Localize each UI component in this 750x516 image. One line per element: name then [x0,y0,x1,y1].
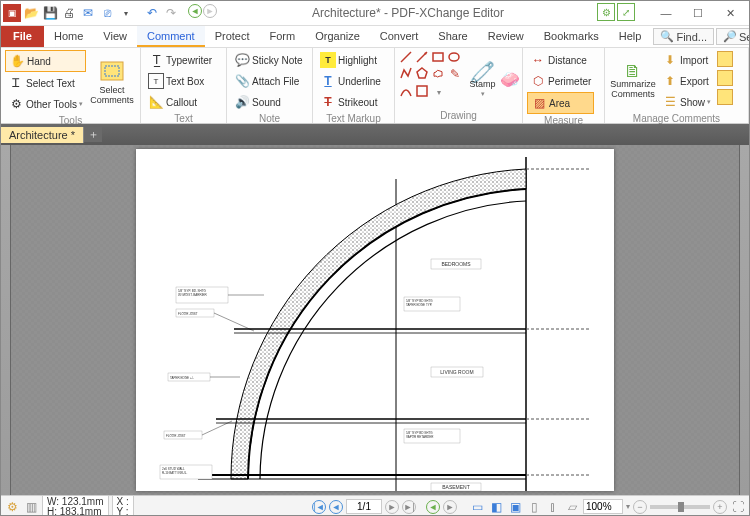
ui-options-icon[interactable]: ⚙ [597,3,615,21]
eraser-icon[interactable]: 🧼 [502,72,518,88]
redo-icon[interactable]: ↷ [162,4,180,22]
zoom-in[interactable]: + [713,500,727,514]
rect2-shape[interactable] [415,84,429,98]
sticky-icon: 💬 [234,52,250,68]
oval-shape[interactable] [447,50,461,64]
rect-shape[interactable] [431,50,445,64]
title-bar: ▣ 📂 💾 🖨 ✉ ⎚ ▾ ↶ ↷ ◄ ► Architecture* - PD… [1,1,749,26]
tab-share[interactable]: Share [428,26,477,47]
zoom-fit-icon[interactable]: ⛶ [730,499,746,515]
layout-icon[interactable]: ▥ [23,499,39,515]
hand-tool[interactable]: ✋Hand [5,50,86,72]
comment-style3[interactable] [717,89,733,105]
prev-page[interactable]: ◄ [329,500,343,514]
save-icon[interactable]: 💾 [41,4,59,22]
first-page[interactable]: |◄ [312,500,326,514]
polygon-shape[interactable] [415,66,429,80]
other-tools[interactable]: ⚙Other Tools▾ [5,94,86,114]
doctab-architecture[interactable]: Architecture * [1,127,84,143]
tab-bookmarks[interactable]: Bookmarks [534,26,609,47]
zoom-out[interactable]: − [633,500,647,514]
right-pane-strip[interactable] [739,145,749,495]
minimize-button[interactable]: — [651,3,681,23]
fit-page-icon[interactable]: ▭ [469,499,485,515]
comment-style2[interactable] [717,70,733,86]
search-button[interactable]: 🔎Search... [716,28,750,45]
strikeout-tool[interactable]: TStrikeout [317,92,384,112]
tab-home[interactable]: Home [44,26,93,47]
qat-more-icon[interactable]: ▾ [117,4,135,22]
close-button[interactable]: ✕ [715,3,745,23]
curve-shape[interactable] [399,84,413,98]
arrow-shape[interactable] [415,50,429,64]
highlight-tool[interactable]: THighlight [317,50,384,70]
polyline-shape[interactable] [399,66,413,80]
cloud-shape[interactable] [431,66,445,80]
import-icon: ⬇ [662,52,678,68]
typewriter-tool[interactable]: T̲Typewriter [145,50,215,70]
tab-view[interactable]: View [93,26,137,47]
nav-back-icon[interactable]: ◄ [188,4,202,18]
tab-convert[interactable]: Convert [370,26,429,47]
tab-review[interactable]: Review [478,26,534,47]
import-comments[interactable]: ⬇Import [659,50,714,70]
callout-icon: 📐 [148,94,164,110]
maximize-button[interactable]: ☐ [683,3,713,23]
fit-width-icon[interactable]: ◧ [488,499,504,515]
sticky-note-tool[interactable]: 💬Sticky Note [231,50,306,70]
nav-fwd-icon[interactable]: ► [203,4,217,18]
open-icon[interactable]: 📂 [22,4,40,22]
note3: FLOOR JOIST [178,312,198,316]
summarize-icon: 🗎 [625,64,641,80]
sound-tool[interactable]: 🔊Sound [231,92,306,112]
drawing-more[interactable]: ▾ [431,84,447,100]
print-icon[interactable]: 🖨 [60,4,78,22]
tab-comment[interactable]: Comment [137,26,205,47]
file-menu[interactable]: File [1,26,44,47]
document-page[interactable]: BEDROOMS LIVING ROOM BASEMENT 5/8" GYP. … [136,149,614,491]
email-icon[interactable]: ✉ [79,4,97,22]
layout-single-icon[interactable]: ▯ [526,499,542,515]
distance-tool[interactable]: ↔Distance [527,50,594,70]
new-tab-button[interactable]: ＋ [84,127,102,142]
left-pane-strip[interactable] [1,145,11,495]
find-button[interactable]: 🔍Find... [653,28,714,45]
tab-organize[interactable]: Organize [305,26,370,47]
launch-icon[interactable]: ⤢ [617,3,635,21]
perimeter-tool[interactable]: ⬡Perimeter [527,71,594,91]
zoom-input[interactable] [583,499,623,514]
comment-style1[interactable] [717,51,733,67]
line-shape[interactable] [399,50,413,64]
page-input[interactable] [346,499,382,514]
next-page[interactable]: ► [385,500,399,514]
show-comments[interactable]: ☰Show▾ [659,92,714,112]
nav-next-view[interactable]: ► [443,500,457,514]
summarize-comments[interactable]: 🗎 Summarize Comments [609,50,657,112]
tab-form[interactable]: Form [260,26,306,47]
pencil-shape[interactable]: ✎ [447,66,463,82]
svg-text:TAPER EDGE TYP.: TAPER EDGE TYP. [406,303,432,307]
select-comments[interactable]: Select Comments [88,50,136,114]
textbox-tool[interactable]: TText Box [145,71,215,91]
actual-size-icon[interactable]: ▣ [507,499,523,515]
zoom-dropdown[interactable]: ▾ [626,502,630,511]
document-tabs: Architecture * ＋ [1,124,749,145]
zoom-slider[interactable] [650,505,710,509]
area-tool[interactable]: ▨Area [527,92,594,114]
export-comments[interactable]: ⬆Export [659,71,714,91]
layout-cont-icon[interactable]: ⫿ [545,499,561,515]
stamp-tool[interactable]: 🧷 Stamp▾ [465,50,500,109]
callout-tool[interactable]: 📐Callout [145,92,215,112]
underline-tool[interactable]: TUnderline [317,71,384,91]
select-text-tool[interactable]: ᏆSelect Text [5,73,86,93]
scan-icon[interactable]: ⎚ [98,4,116,22]
group-label-markup: Text Markup [317,112,390,124]
tab-protect[interactable]: Protect [205,26,260,47]
tab-help[interactable]: Help [609,26,652,47]
nav-prev-view[interactable]: ◄ [426,500,440,514]
layout-facing-icon[interactable]: ▱ [564,499,580,515]
undo-icon[interactable]: ↶ [143,4,161,22]
last-page[interactable]: ►| [402,500,416,514]
options-icon[interactable]: ⚙ [4,499,20,515]
attach-file-tool[interactable]: 📎Attach File [231,71,306,91]
